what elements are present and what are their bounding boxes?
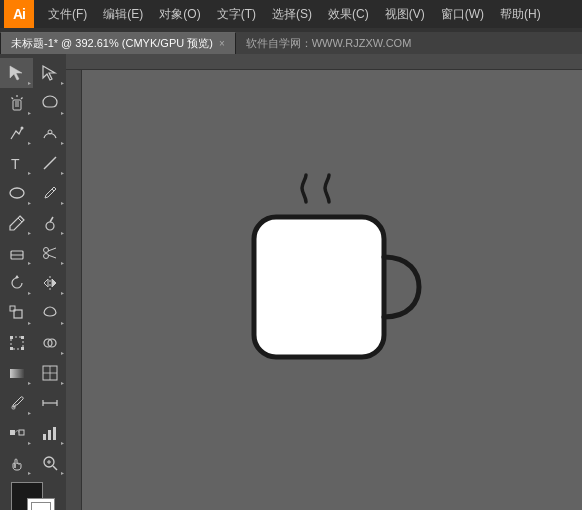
tool-arrow: ▸ bbox=[61, 439, 64, 446]
svg-rect-36 bbox=[10, 369, 24, 378]
svg-point-19 bbox=[43, 248, 48, 253]
pen-tool[interactable]: ▸ bbox=[0, 118, 33, 148]
tool-arrow: ▸ bbox=[28, 379, 31, 386]
tool-row-13: ▸ ▸ bbox=[0, 418, 66, 448]
active-tab[interactable]: 未标题-1* @ 392.61% (CMYK/GPU 预览) × bbox=[0, 32, 236, 54]
eyedropper-tool[interactable]: ▸ bbox=[0, 388, 33, 418]
menu-bar: Ai 文件(F) 编辑(E) 对象(O) 文字(T) 选择(S) 效果(C) 视… bbox=[0, 0, 582, 28]
svg-marker-0 bbox=[10, 66, 22, 80]
tool-arrow: ▸ bbox=[61, 139, 64, 146]
tool-row-14: ▸ ▸ bbox=[0, 448, 66, 478]
svg-line-21 bbox=[48, 248, 56, 251]
tool-arrow: ▸ bbox=[61, 109, 64, 116]
shape-builder-tool[interactable]: ▸ bbox=[33, 328, 66, 358]
menu-edit[interactable]: 编辑(E) bbox=[95, 0, 151, 28]
tool-arrow: ▸ bbox=[28, 259, 31, 266]
tool-arrow: ▸ bbox=[28, 229, 31, 236]
tool-row-5: ▸ ▸ bbox=[0, 178, 66, 208]
svg-line-13 bbox=[44, 157, 56, 169]
stroke-color[interactable] bbox=[27, 498, 55, 510]
canvas-area bbox=[66, 54, 582, 510]
magic-wand-tool[interactable]: ▸ bbox=[0, 88, 33, 118]
tool-arrow: ▸ bbox=[28, 79, 31, 86]
ellipse-tool[interactable]: ▸ bbox=[0, 178, 33, 208]
tab-bar: 未标题-1* @ 392.61% (CMYK/GPU 预览) × 软件自学网：W… bbox=[0, 28, 582, 54]
tool-arrow: ▸ bbox=[28, 109, 31, 116]
svg-marker-26 bbox=[52, 279, 56, 287]
svg-rect-32 bbox=[10, 347, 13, 350]
direct-selection-tool[interactable]: ▸ bbox=[33, 58, 66, 88]
tab-right-info: 软件自学网：WWW.RJZXW.COM bbox=[236, 32, 582, 54]
tool-row-2: ▸ ▸ bbox=[0, 88, 66, 118]
svg-rect-33 bbox=[21, 347, 24, 350]
ruler-top bbox=[66, 54, 582, 70]
curvature-tool[interactable]: ▸ bbox=[33, 118, 66, 148]
svg-line-4 bbox=[11, 98, 13, 100]
tool-arrow: ▸ bbox=[61, 319, 64, 326]
type-tool[interactable]: T ▸ bbox=[0, 148, 33, 178]
tool-row-1: ▸ ▸ bbox=[0, 58, 66, 88]
svg-rect-30 bbox=[10, 336, 13, 339]
eraser-tool[interactable]: ▸ bbox=[0, 238, 33, 268]
svg-marker-23 bbox=[15, 275, 19, 278]
pencil-tool[interactable]: ▸ bbox=[0, 208, 33, 238]
tool-row-9: ▸ ▸ bbox=[0, 298, 66, 328]
svg-line-22 bbox=[48, 255, 56, 258]
menu-select[interactable]: 选择(S) bbox=[264, 0, 320, 28]
tool-row-11: ▸ ▸ bbox=[0, 358, 66, 388]
color-boxes bbox=[11, 482, 55, 510]
line-tool[interactable]: ▸ bbox=[33, 148, 66, 178]
tool-arrow: ▸ bbox=[28, 199, 31, 206]
tool-arrow: ▸ bbox=[28, 139, 31, 146]
tool-arrow: ▸ bbox=[28, 469, 31, 476]
lasso-tool[interactable]: ▸ bbox=[33, 88, 66, 118]
menu-file[interactable]: 文件(F) bbox=[40, 0, 95, 28]
blob-brush-tool[interactable]: ▸ bbox=[33, 208, 66, 238]
scissors-tool[interactable]: ▸ bbox=[33, 238, 66, 268]
menu-effect[interactable]: 效果(C) bbox=[320, 0, 377, 28]
ruler-left bbox=[66, 70, 82, 510]
measure-tool[interactable] bbox=[33, 388, 66, 418]
brush-tool[interactable]: ▸ bbox=[33, 178, 66, 208]
gradient-tool[interactable]: ▸ bbox=[0, 358, 33, 388]
menu-object[interactable]: 对象(O) bbox=[151, 0, 208, 28]
warp-tool[interactable]: ▸ bbox=[33, 298, 66, 328]
rotate-tool[interactable]: ▸ bbox=[0, 268, 33, 298]
svg-point-10 bbox=[20, 127, 23, 130]
tool-row-8: ▸ ▸ bbox=[0, 268, 66, 298]
svg-point-20 bbox=[43, 254, 48, 259]
svg-rect-44 bbox=[10, 430, 15, 435]
svg-rect-57 bbox=[254, 217, 384, 357]
tool-arrow: ▸ bbox=[28, 289, 31, 296]
selection-tool[interactable]: ▸ bbox=[0, 58, 33, 88]
svg-rect-31 bbox=[21, 336, 24, 339]
svg-rect-48 bbox=[53, 427, 56, 440]
tool-arrow: ▸ bbox=[61, 379, 64, 386]
hand-tool[interactable]: ▸ bbox=[0, 448, 33, 478]
menu-text[interactable]: 文字(T) bbox=[209, 0, 264, 28]
reflect-tool[interactable]: ▸ bbox=[33, 268, 66, 298]
free-transform-tool[interactable] bbox=[0, 328, 33, 358]
tool-arrow: ▸ bbox=[28, 409, 31, 416]
mesh-tool[interactable]: ▸ bbox=[33, 358, 66, 388]
tool-arrow: ▸ bbox=[61, 259, 64, 266]
svg-marker-25 bbox=[44, 279, 48, 287]
blend-tool[interactable]: ▸ bbox=[0, 418, 33, 448]
svg-line-15 bbox=[18, 218, 22, 222]
tool-arrow: ▸ bbox=[61, 199, 64, 206]
menu-help[interactable]: 帮助(H) bbox=[492, 0, 549, 28]
tab-close-button[interactable]: × bbox=[219, 38, 225, 49]
menu-view[interactable]: 视图(V) bbox=[377, 0, 433, 28]
color-area bbox=[0, 478, 66, 510]
tool-arrow: ▸ bbox=[28, 439, 31, 446]
scale-tool[interactable]: ▸ bbox=[0, 298, 33, 328]
tool-arrow: ▸ bbox=[28, 169, 31, 176]
chart-tool[interactable]: ▸ bbox=[33, 418, 66, 448]
main-area: ▸ ▸ ▸ bbox=[0, 54, 582, 510]
tool-row-7: ▸ ▸ bbox=[0, 238, 66, 268]
tool-row-3: ▸ ▸ bbox=[0, 118, 66, 148]
svg-line-50 bbox=[53, 466, 57, 470]
svg-point-16 bbox=[46, 222, 54, 230]
zoom-tool[interactable]: ▸ bbox=[33, 448, 66, 478]
menu-window[interactable]: 窗口(W) bbox=[433, 0, 492, 28]
